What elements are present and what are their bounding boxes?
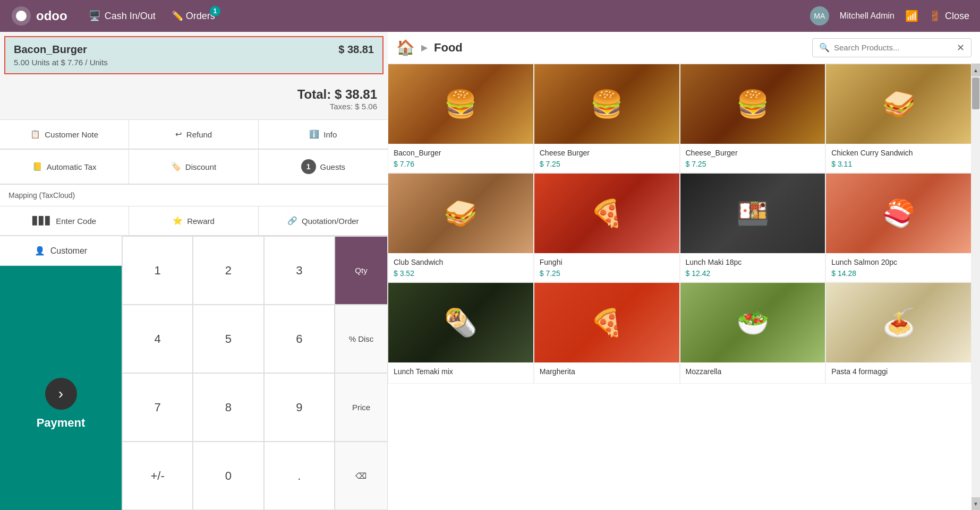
- reward-label: Reward: [187, 217, 215, 226]
- numpad-price-button[interactable]: Price: [335, 373, 388, 442]
- discount-label: Discount: [185, 162, 216, 171]
- product-card-lunch-temaki[interactable]: 🌯 Lunch Temaki mix: [388, 282, 534, 383]
- customer-note-button[interactable]: 📋 Customer Note: [0, 120, 129, 149]
- orders-button[interactable]: ✏️ 1 Orders: [172, 10, 215, 22]
- numpad-qty-button[interactable]: Qty: [335, 236, 388, 305]
- refund-label: Refund: [186, 130, 212, 139]
- enter-code-button[interactable]: ▊▊▊ Enter Code: [0, 206, 129, 236]
- quotation-order-button[interactable]: 🔗 Quotation/Order: [259, 206, 388, 236]
- numpad-key-2[interactable]: 2: [193, 236, 263, 305]
- info-button[interactable]: ℹ️ Info: [259, 120, 388, 149]
- product-card-club-sandwich[interactable]: 🥪 Club Sandwich $ 3.52: [388, 173, 534, 282]
- product-card-cheese-burger2[interactable]: 🍔 Cheese_Burger $ 7.25: [680, 64, 826, 173]
- quotation-label: Quotation/Order: [302, 217, 359, 226]
- product-card-lunch-maki[interactable]: 🍱 Lunch Maki 18pc $ 12.42: [680, 173, 826, 282]
- product-image-funghi: 🍕: [534, 174, 679, 253]
- header-nav: 🖥️ Cash In/Out ✏️ 1 Orders: [89, 10, 810, 22]
- taxes-amount: $ 5.06: [355, 102, 377, 111]
- refund-button[interactable]: ↩ Refund: [129, 120, 258, 149]
- search-clear-button[interactable]: ✕: [957, 42, 965, 54]
- payment-arrow-icon: ›: [45, 378, 77, 410]
- total-amount: $ 38.81: [335, 87, 377, 101]
- numpad-key-8[interactable]: 8: [193, 373, 263, 442]
- product-name-chicken-curry: Chicken Curry Sandwich: [831, 148, 966, 158]
- orders-badge-count: 1: [210, 6, 220, 16]
- guests-button[interactable]: 1 Guests: [259, 150, 388, 184]
- product-name-bacon-burger: Bacon_Burger: [394, 148, 528, 158]
- customer-button[interactable]: 👤 Customer: [0, 236, 122, 266]
- action-buttons-row2: 📒 Automatic Tax 🏷️ Discount 1 Guests: [0, 150, 388, 185]
- product-price-bacon-burger: $ 7.76: [394, 160, 528, 168]
- product-name-margherita: Margherita: [540, 367, 674, 376]
- product-name-cheese-burger2: Cheese_Burger: [686, 148, 820, 158]
- product-card-lunch-salmon[interactable]: 🍣 Lunch Salmon 20pc $ 14.28: [825, 173, 972, 282]
- refund-icon: ↩: [175, 129, 182, 139]
- numpad-key-6[interactable]: 6: [264, 305, 335, 373]
- numpad-key-5[interactable]: 5: [193, 305, 263, 373]
- scrollbar-down-button[interactable]: ▼: [972, 497, 980, 510]
- search-bar: 🔍 ✕: [812, 38, 972, 57]
- numpad-key-3[interactable]: 3: [264, 236, 335, 305]
- total-line: Total: $ 38.81: [11, 87, 377, 102]
- action-buttons-row1: 📋 Customer Note ↩ Refund ℹ️ Info: [0, 120, 388, 150]
- scrollbar-up-button[interactable]: ▲: [972, 64, 980, 76]
- cash-in-out-button[interactable]: 🖥️ Cash In/Out: [89, 10, 156, 22]
- product-name-pasta: Pasta 4 formaggi: [831, 367, 966, 376]
- product-info-lunch-maki: Lunch Maki 18pc $ 12.42: [680, 253, 825, 282]
- product-card-chicken-curry[interactable]: 🥪 Chicken Curry Sandwich $ 3.11: [825, 64, 972, 173]
- product-image-mozzarella: 🥗: [680, 283, 825, 362]
- product-name-club-sandwich: Club Sandwich: [394, 257, 528, 267]
- product-card-funghi[interactable]: 🍕 Funghi $ 7.25: [534, 173, 680, 282]
- product-price-lunch-maki: $ 12.42: [686, 269, 820, 278]
- product-card-margherita[interactable]: 🍕 Margherita: [534, 282, 680, 383]
- products-grid-container: 🍔 Bacon_Burger $ 7.76 🍔 Cheese Burger $ …: [388, 64, 980, 510]
- scrollbar-thumb[interactable]: [972, 77, 979, 109]
- product-card-bacon-burger[interactable]: 🍔 Bacon_Burger $ 7.76: [388, 64, 534, 173]
- product-name-lunch-salmon: Lunch Salmon 20pc: [831, 257, 966, 267]
- numpad-grid: 1 2 3 Qty 4 5 6 % Disc 7 8 9 Price: [122, 236, 388, 510]
- product-image-lunch-salmon: 🍣: [826, 174, 971, 253]
- product-name-lunch-temaki: Lunch Temaki mix: [394, 367, 528, 376]
- scrollbar-track: ▲ ▼: [972, 64, 980, 510]
- numpad-key-plusminus[interactable]: +/-: [122, 442, 193, 510]
- breadcrumb-arrow: ▶: [421, 42, 428, 53]
- product-info-lunch-temaki: Lunch Temaki mix: [388, 362, 533, 383]
- order-item-unit-suffix: / Units: [85, 58, 108, 67]
- numpad-disc-button[interactable]: % Disc: [335, 305, 388, 373]
- products-header: 🏠 ▶ Food 🔍 ✕: [388, 32, 980, 64]
- numpad-row-1: 1 2 3 Qty: [122, 236, 388, 305]
- numpad-key-1[interactable]: 1: [122, 236, 193, 305]
- discount-button[interactable]: 🏷️ Discount: [129, 150, 258, 184]
- product-image-cheese-burger2: 🍔: [680, 64, 825, 144]
- order-item[interactable]: Bacon_Burger $ 38.81 5.00 Units at $ 7.7…: [4, 36, 384, 74]
- numpad-key-dot[interactable]: .: [264, 442, 335, 510]
- product-info-margherita: Margherita: [534, 362, 679, 383]
- product-image-lunch-maki: 🍱: [680, 174, 825, 253]
- numpad-backspace-button[interactable]: ⌫: [335, 442, 388, 510]
- automatic-tax-button[interactable]: 📒 Automatic Tax: [0, 150, 129, 184]
- reward-button[interactable]: ⭐ Reward: [129, 206, 258, 236]
- close-label: Close: [945, 11, 969, 22]
- logo-text: odoo: [36, 8, 67, 23]
- numpad-key-0[interactable]: 0: [193, 442, 263, 510]
- numpad-key-4[interactable]: 4: [122, 305, 193, 373]
- home-button[interactable]: 🏠: [396, 39, 415, 56]
- customer-note-icon: 📋: [30, 129, 40, 139]
- product-price-cheese-burger2: $ 7.25: [686, 160, 820, 168]
- payment-button[interactable]: › Payment: [0, 266, 122, 510]
- product-card-mozzarella[interactable]: 🥗 Mozzarella: [680, 282, 826, 383]
- close-button[interactable]: 🚪 Close: [929, 10, 969, 22]
- product-info-cheese-burger2: Cheese_Burger $ 7.25: [680, 144, 825, 172]
- numpad-key-7[interactable]: 7: [122, 373, 193, 442]
- order-item-name: Bacon_Burger: [14, 44, 87, 56]
- product-card-cheese-burger[interactable]: 🍔 Cheese Burger $ 7.25: [534, 64, 680, 173]
- product-name-cheese-burger: Cheese Burger: [540, 148, 674, 158]
- product-price-club-sandwich: $ 3.52: [394, 269, 528, 278]
- guests-label: Guests: [320, 162, 346, 171]
- search-input[interactable]: [834, 43, 952, 52]
- order-item-details: 5.00 Units at $ 7.76 / Units: [14, 58, 374, 67]
- order-item-unit-price: $ 7.76: [61, 58, 83, 67]
- product-card-pasta[interactable]: 🍝 Pasta 4 formaggi: [825, 282, 972, 383]
- numpad-key-9[interactable]: 9: [264, 373, 335, 442]
- product-image-lunch-temaki: 🌯: [388, 283, 533, 362]
